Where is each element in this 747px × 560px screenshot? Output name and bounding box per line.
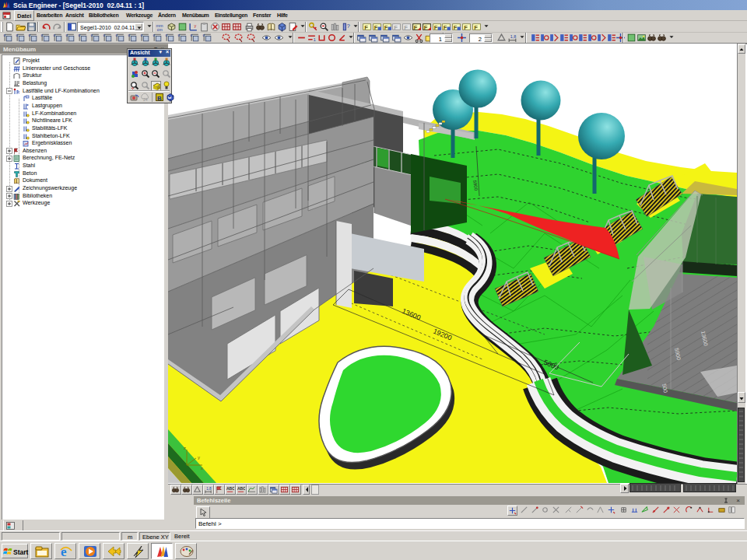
svg-text:y: y [195, 23, 197, 28]
svg-text:F: F [474, 24, 478, 31]
svg-text:F: F [374, 24, 378, 31]
svg-text:F: F [444, 24, 447, 31]
svg-text:F: F [454, 24, 458, 31]
svg-text:z: z [184, 446, 186, 450]
svg-text:1,8: 1,8 [510, 34, 517, 39]
svg-text:o: o [153, 33, 156, 37]
svg-text:1,8: 1,8 [206, 487, 212, 491]
svg-text:ABC: ABC [237, 486, 245, 491]
svg-text:?: ? [347, 23, 350, 30]
svg-text:o: o [141, 33, 143, 37]
svg-text:o: o [103, 33, 106, 37]
svg-text:o: o [54, 33, 56, 37]
svg-text:24: 24 [143, 97, 148, 102]
svg-text:x: x [201, 466, 203, 471]
svg-text:o: o [203, 33, 205, 37]
svg-text:F: F [433, 24, 437, 31]
svg-text:o: o [166, 33, 168, 37]
svg-text:o: o [41, 33, 44, 37]
svg-text:o: o [128, 33, 131, 37]
svg-text:F: F [404, 24, 408, 31]
svg-text:o: o [66, 33, 68, 37]
svg-text:B: B [157, 95, 162, 102]
svg-text:F: F [414, 24, 418, 31]
svg-text:cm: cm [157, 27, 163, 32]
svg-text:o: o [79, 33, 81, 37]
svg-text:o: o [91, 33, 93, 37]
svg-text:F: F [464, 24, 468, 31]
svg-text:o: o [178, 33, 181, 37]
svg-text:o: o [191, 33, 193, 37]
svg-text:y: y [198, 455, 200, 460]
svg-text:1: 1 [314, 37, 316, 42]
svg-text:e: e [61, 544, 67, 559]
svg-text:o: o [29, 33, 31, 37]
svg-text:F: F [424, 24, 428, 31]
svg-text:F: F [364, 24, 368, 31]
svg-text:o: o [16, 33, 19, 37]
svg-text:F: F [395, 24, 398, 31]
svg-text:o: o [116, 33, 118, 37]
svg-text:F: F [384, 24, 388, 31]
svg-text:o: o [4, 33, 6, 37]
svg-text:ABC: ABC [226, 486, 234, 491]
